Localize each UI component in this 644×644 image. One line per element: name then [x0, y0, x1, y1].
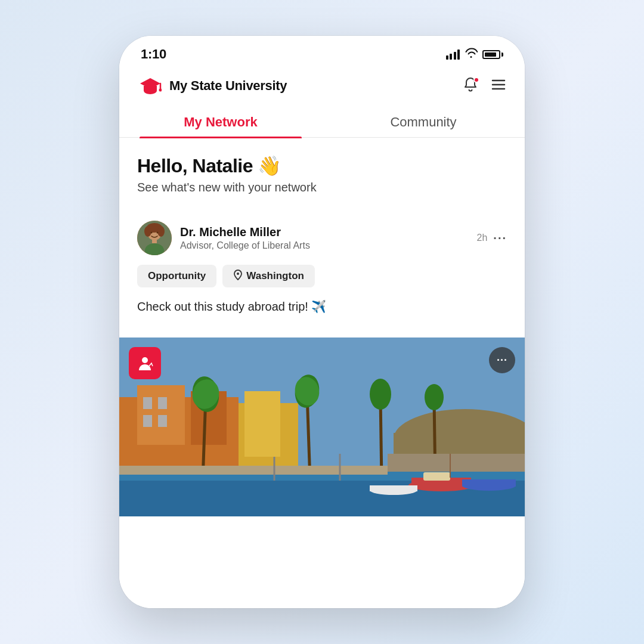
svg-rect-48 — [423, 472, 450, 481]
tab-my-network[interactable]: My Network — [119, 106, 322, 137]
post-header: Dr. Michelle Miller Advisor, College of … — [137, 221, 507, 255]
tag-opportunity[interactable]: Opportunity — [137, 265, 216, 287]
svg-rect-27 — [158, 415, 167, 427]
svg-point-9 — [144, 226, 151, 237]
wifi-icon — [465, 48, 478, 61]
grad-cap-icon — [137, 73, 163, 99]
menu-button[interactable] — [490, 76, 507, 95]
post-tags: Opportunity Washington — [137, 265, 507, 287]
svg-rect-47 — [370, 485, 417, 491]
svg-rect-41 — [119, 466, 388, 475]
tab-community[interactable]: Community — [322, 106, 525, 137]
svg-rect-23 — [244, 391, 280, 457]
author-role: Advisor, College of Liberal Arts — [180, 240, 310, 251]
notification-badge — [473, 77, 479, 83]
post-text: Check out this study abroad trip! ✈️ — [137, 298, 507, 315]
svg-point-15 — [237, 273, 239, 275]
post-image: ··· — [119, 338, 525, 516]
svg-point-10 — [157, 226, 165, 237]
avatar-image — [137, 221, 172, 255]
svg-point-35 — [370, 379, 391, 410]
svg-rect-26 — [143, 415, 152, 427]
greeting-title: Hello, Natalie 👋 — [137, 154, 507, 177]
avatar — [137, 221, 172, 255]
author-name: Dr. Michelle Miller — [180, 225, 310, 239]
tag-washington-label: Washington — [246, 270, 304, 282]
svg-point-37 — [425, 384, 444, 410]
post-author: Dr. Michelle Miller Advisor, College of … — [137, 221, 310, 255]
svg-point-13 — [151, 232, 153, 234]
map-person-button[interactable] — [129, 347, 161, 379]
app-title: My State University — [169, 78, 287, 94]
battery-icon — [482, 50, 503, 59]
svg-rect-24 — [143, 397, 152, 409]
post-time: 2h — [477, 233, 488, 243]
svg-point-2 — [159, 89, 162, 92]
app-brand: My State University — [137, 73, 287, 99]
header-actions — [462, 76, 507, 95]
image-more-button[interactable]: ··· — [489, 347, 515, 373]
svg-point-14 — [157, 232, 159, 234]
post-more-button[interactable]: ··· — [493, 231, 507, 245]
svg-point-52 — [142, 357, 148, 363]
signal-icon — [446, 49, 460, 60]
greeting-section: Hello, Natalie 👋 See what's new with you… — [137, 154, 507, 194]
content-area: Hello, Natalie 👋 See what's new with you… — [119, 138, 525, 608]
tab-bar: My Network Community — [119, 106, 525, 138]
location-pin-icon — [233, 270, 243, 283]
svg-rect-25 — [158, 397, 167, 409]
tag-opportunity-label: Opportunity — [148, 270, 206, 282]
phone-shell: 1:10 — [119, 36, 525, 608]
post-card: Dr. Michelle Miller Advisor, College of … — [119, 209, 525, 338]
svg-rect-12 — [152, 239, 157, 243]
author-info: Dr. Michelle Miller Advisor, College of … — [180, 225, 310, 251]
greeting-subtitle: See what's new with your network — [137, 181, 507, 194]
tag-washington[interactable]: Washington — [222, 265, 315, 287]
status-bar: 1:10 — [119, 36, 525, 68]
svg-rect-45 — [462, 479, 516, 487]
svg-rect-40 — [388, 454, 525, 472]
status-time: 1:10 — [141, 47, 166, 62]
status-icons — [446, 48, 504, 61]
post-meta: 2h ··· — [477, 231, 507, 245]
notification-button[interactable] — [462, 77, 479, 95]
app-header: My State University — [119, 68, 525, 106]
